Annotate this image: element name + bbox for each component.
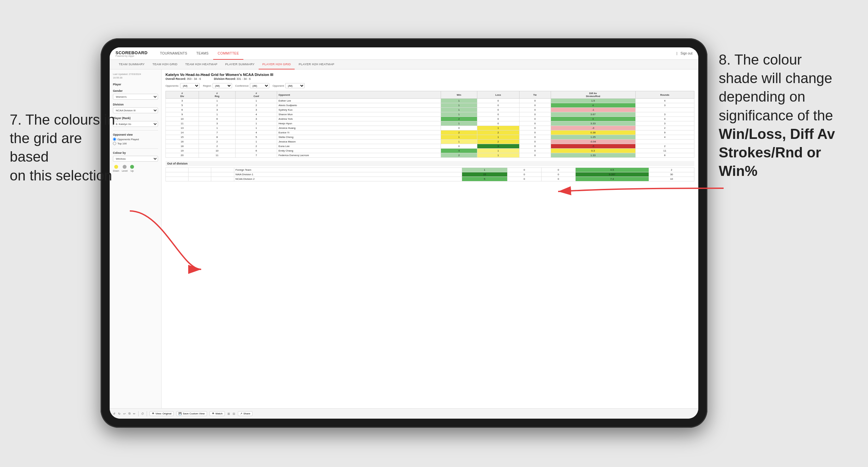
cell-loss: 1	[477, 135, 519, 139]
cell-win: 1	[441, 135, 477, 139]
cell-empty1	[166, 177, 188, 181]
filter-opponent: Opponent (All)	[273, 83, 305, 88]
cell-rounds: 6	[636, 153, 694, 158]
col-diff: Diff AvStrokes/Rnd	[551, 91, 636, 99]
cell-tie: 0	[519, 153, 551, 158]
cell-opponent: Jessica Mason	[277, 139, 441, 144]
cell-diff: -1	[551, 108, 636, 112]
col-tie: Tie	[519, 91, 551, 99]
cell-tie: 0	[519, 117, 551, 121]
cell-tie: 0	[541, 168, 575, 172]
view-icon: 👁	[152, 412, 154, 415]
filter-region-select[interactable]: (All)	[213, 83, 232, 88]
division-record: Division Record: 331 - 34 - 6	[214, 77, 250, 81]
table-row: 1131Heejo Hyun1003.333	[166, 121, 694, 126]
filter-opponents: Opponents: (All)	[165, 83, 199, 88]
grid-icon[interactable]: ⊟	[232, 412, 235, 415]
annotation-right: 8. The colour shade will change dependin…	[719, 50, 858, 180]
sign-out-link[interactable]: Sign out	[680, 52, 692, 55]
col-conf: #Conf	[236, 91, 277, 99]
sub-nav-team-summary[interactable]: TEAM SUMMARY	[115, 60, 149, 69]
cell-loss: 0	[477, 108, 519, 112]
logo-text: SCOREBOARD	[116, 50, 148, 55]
cell-conf: 1	[236, 126, 277, 130]
cell-reg: 3	[198, 108, 236, 112]
cell-opponent: Sharon Mun	[277, 112, 441, 117]
clock-icon[interactable]: ⏱	[141, 412, 144, 415]
copy-icon[interactable]: ⧉	[128, 412, 130, 415]
cell-rounds: 30	[649, 172, 694, 177]
nav-item-teams[interactable]: TEAMS	[192, 48, 213, 60]
sub-nav-team-h2h-grid[interactable]: TEAM H2H GRID	[149, 60, 181, 69]
table-row: 1822Euna Lee030-52	[166, 144, 694, 149]
cell-loss: 0	[507, 172, 541, 177]
cell-opponent: Heejo Hyun	[277, 121, 441, 126]
cell-loss: 0	[477, 103, 519, 108]
col-reg: #Reg	[198, 91, 236, 99]
sidebar-gender-section: Gender Women's	[113, 89, 158, 100]
save-custom-view-btn[interactable]: 💾 Save Custom View	[176, 411, 207, 416]
cell-reg: 1	[198, 99, 236, 103]
toolbar-sep1	[138, 411, 138, 416]
cell-reg: 8	[198, 135, 236, 139]
cell-div: 5	[166, 103, 199, 108]
redo-icon[interactable]: ↻	[118, 412, 121, 415]
ood-table-row: NAIA Division 115009.26730	[166, 172, 694, 177]
tablet-screen: SCOREBOARD Powered by clippd TOURNAMENTS…	[110, 48, 698, 418]
cell-rounds: 3	[636, 121, 694, 126]
cell-loss: 0	[477, 121, 519, 126]
cell-div: 9	[166, 112, 199, 117]
watch-btn[interactable]: 👁 Watch	[210, 411, 225, 416]
cell-team: Foreign Team	[234, 168, 462, 172]
cell-loss: 2	[477, 130, 519, 135]
cell-tie: 0	[541, 172, 575, 177]
filter-conference-select[interactable]: (All)	[250, 83, 269, 88]
cell-rounds: 2	[649, 168, 694, 172]
cell-win: 1	[441, 99, 477, 103]
cell-div: 20	[166, 153, 199, 158]
edit-icon[interactable]: ✏	[133, 412, 136, 415]
undo-icon[interactable]: ↺	[113, 412, 116, 415]
legend-up-dot	[130, 165, 134, 169]
nav-item-committee[interactable]: COMMITTEE	[213, 48, 244, 60]
cell-win: 2	[441, 153, 477, 158]
cell-win: 15	[462, 172, 507, 177]
cell-rounds	[636, 108, 694, 112]
layout-icon[interactable]: ⊞	[227, 412, 230, 415]
cell-win: 1	[441, 121, 477, 126]
sub-nav-player-h2h-heatmap[interactable]: PLAYER H2H HEATMAP	[294, 60, 338, 69]
nav-item-tournaments[interactable]: TOURNAMENTS	[155, 48, 192, 60]
out-of-division-header: Out of division	[165, 161, 694, 166]
filter-opponents-select[interactable]: (All)	[180, 83, 199, 88]
cell-conf: 1	[236, 121, 277, 126]
filter-opponents-label: Opponents:	[165, 84, 179, 87]
cell-rounds: 10	[649, 177, 694, 181]
sub-nav-team-h2h-heatmap[interactable]: TEAM H2H HEATMAP	[181, 60, 221, 69]
table-row: 1474Eunice Yi2200.389	[166, 130, 694, 135]
cell-win: 1	[441, 139, 477, 144]
cell-div: 11	[166, 121, 199, 126]
grid-records: Overall Record: 353 - 34 - 6 Division Re…	[165, 77, 694, 81]
cell-opponent: Esther Lee	[277, 99, 441, 103]
view-original-btn[interactable]: 👁 View: Original	[150, 411, 174, 416]
sidebar-gender-select[interactable]: Women's	[113, 94, 158, 100]
sidebar-division-label: Division	[113, 103, 158, 106]
table-row: 522Alexis Sudjianto10043	[166, 103, 694, 108]
cell-opponent: Jessica Huang	[277, 126, 441, 130]
undo2-icon[interactable]: ↩	[123, 412, 126, 415]
cell-reg: 1	[198, 126, 236, 130]
sub-nav-player-summary[interactable]: PLAYER SUMMARY	[221, 60, 259, 69]
save-icon: 💾	[179, 412, 182, 415]
cell-tie: 0	[519, 99, 551, 103]
cell-tie: 0	[519, 130, 551, 135]
sub-nav-player-h2h-grid[interactable]: PLAYER H2H GRID	[259, 60, 295, 69]
cell-loss: 1	[477, 126, 519, 130]
out-of-division-table: Foreign Team1004.52NAIA Division 115009.…	[165, 167, 694, 181]
filter-conference: Conference (All)	[235, 83, 269, 88]
cell-diff: 4	[551, 117, 636, 121]
share-btn[interactable]: ↗ Share	[238, 411, 252, 416]
cell-reg: 2	[198, 139, 236, 144]
cell-diff: -5	[551, 144, 636, 149]
filter-opponent-select[interactable]: (All)	[285, 83, 305, 88]
cell-opponent: Eunice Yi	[277, 130, 441, 135]
